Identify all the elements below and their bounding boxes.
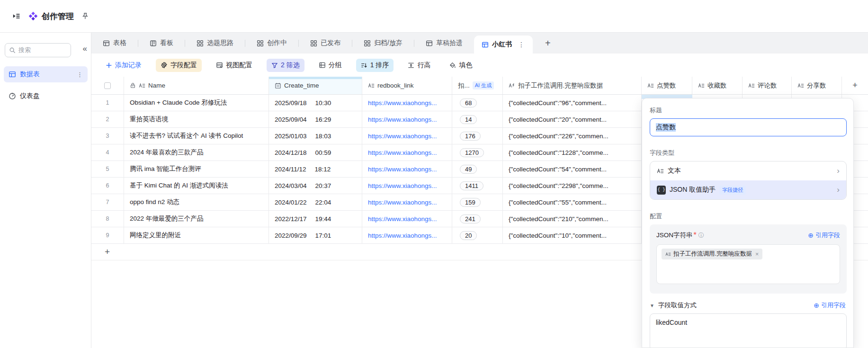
more-icon[interactable]: ⋮ — [77, 71, 83, 78]
sort-button[interactable]: 1 排序 — [356, 59, 394, 72]
cell-name[interactable]: 2024 年最喜欢的三款产品 — [124, 144, 269, 161]
json-source-field-area[interactable]: 扣子工作流调用.完整响应数据 × — [656, 244, 840, 284]
tab-published[interactable]: 已发布 — [299, 33, 352, 54]
cell-json-response[interactable]: {"collectedCount":"20","comment... — [503, 111, 642, 127]
cell-ai-count[interactable]: 159 — [452, 194, 503, 210]
sidebar-toggle-icon[interactable] — [11, 11, 21, 21]
cell-create-time[interactable]: 2022/09/2917:01 — [269, 227, 362, 243]
kanban-icon — [150, 40, 157, 47]
cell-create-time[interactable]: 2024/01/2222:04 — [269, 194, 362, 210]
cell-json-response[interactable]: {"collectedCount":"2298","comme... — [503, 178, 642, 194]
table-icon — [426, 40, 433, 47]
cell-redbook-link[interactable]: https://www.xiaohongs... — [362, 227, 452, 243]
cell-ai-count[interactable]: 1411 — [452, 178, 503, 194]
header-select-all[interactable] — [91, 77, 124, 94]
cell-redbook-link[interactable]: https://www.xiaohongs... — [362, 178, 452, 194]
cell-redbook-link[interactable]: https://www.xiaohongs... — [362, 144, 452, 161]
cell-ai-count[interactable]: 49 — [452, 161, 503, 177]
sort-icon — [361, 62, 367, 69]
tab-in-progress[interactable]: 创作中 — [245, 33, 298, 54]
cell-name[interactable]: 2022 年做最爱的三个产品 — [124, 211, 269, 227]
cell-create-time[interactable]: 2024/03/0420:37 — [269, 178, 362, 194]
column-header-favorites[interactable]: 收藏数 — [692, 77, 743, 94]
cell-ai-count[interactable]: 1270 — [452, 144, 503, 161]
tab-drafts[interactable]: 草稿拾遗 — [414, 33, 474, 54]
view-config-button[interactable]: 视图配置 — [211, 59, 257, 72]
field-chip-label: 扣子工作流调用.完整响应数据 — [673, 250, 752, 258]
cell-create-time[interactable]: 2025/09/1810:30 — [269, 95, 362, 111]
search-icon — [9, 47, 16, 54]
cell-create-time[interactable]: 2022/12/1719:44 — [269, 211, 362, 227]
cell-json-response[interactable]: {"collectedCount":"55","comment... — [503, 194, 642, 210]
column-header-workflow-response[interactable]: 扣子工作流调用.完整响应数据 — [503, 77, 642, 94]
cell-redbook-link[interactable]: https://www.xiaohongs... — [362, 95, 452, 111]
column-header-name[interactable]: Name — [124, 77, 269, 94]
remove-chip-icon[interactable]: × — [755, 251, 759, 258]
cell-json-response[interactable]: {"collectedCount":"226","commen... — [503, 128, 642, 144]
cell-json-response[interactable]: {"collectedCount":"54","comment... — [503, 161, 642, 177]
tab-grid-view[interactable]: 表格 — [91, 33, 138, 54]
cell-redbook-link[interactable]: https://www.xiaohongs... — [362, 211, 452, 227]
cell-ai-count[interactable]: 20 — [452, 227, 503, 243]
page-title: 创作管理 — [42, 11, 74, 22]
cell-redbook-link[interactable]: https://www.xiaohongs... — [362, 194, 452, 210]
cell-json-response[interactable]: {"collectedCount":"1228","comme... — [503, 144, 642, 161]
cell-ai-count[interactable]: 68 — [452, 95, 503, 111]
group-button[interactable]: 分组 — [314, 59, 347, 72]
cell-json-response[interactable]: {"collectedCount":"96","comment... — [503, 95, 642, 111]
collapse-sidebar-icon[interactable]: « — [83, 44, 87, 54]
cell-create-time[interactable]: 2025/01/0318:03 — [269, 128, 362, 144]
pin-icon[interactable] — [81, 11, 90, 21]
field-chip[interactable]: 扣子工作流调用.完整响应数据 × — [662, 249, 762, 259]
cell-name[interactable]: Obsidian + Claude Code 邪修玩法 — [124, 95, 269, 111]
cell-create-time[interactable]: 2024/12/1800:59 — [269, 144, 362, 161]
tab-xiaohongshu[interactable]: 小红书 ⋮ — [474, 36, 533, 54]
cell-json-response[interactable]: {"collectedCount":"10","comment... — [503, 227, 642, 243]
field-title-input[interactable]: 点赞数 — [650, 118, 847, 136]
fill-color-button[interactable]: 填色 — [445, 59, 477, 72]
value-method-input[interactable]: likedCount — [650, 313, 847, 348]
cell-ai-count[interactable]: 241 — [452, 211, 503, 227]
sidebar-item-dashboard[interactable]: 仪表盘 — [4, 88, 88, 104]
field-type-text-option[interactable]: 文本 › — [650, 161, 846, 180]
cell-redbook-link[interactable]: https://www.xiaohongs... — [362, 161, 452, 177]
cell-ai-count[interactable]: 14 — [452, 111, 503, 127]
collapse-caret-icon[interactable]: ▼ — [650, 303, 654, 308]
cell-create-time[interactable]: 2024/11/1218:12 — [269, 161, 362, 177]
reference-field-button[interactable]: ⊕ 引用字段 — [808, 231, 840, 240]
tab-archived[interactable]: 归档/放弃 — [352, 33, 414, 54]
reference-field-button[interactable]: ⊕ 引用字段 — [814, 301, 846, 310]
cell-name[interactable]: 读不进去书? 试试看这个 AI 读书 Copilot — [124, 128, 269, 144]
chevron-right-icon: › — [837, 166, 840, 176]
add-record-button[interactable]: 添加记录 — [106, 59, 146, 72]
column-header-kouzi-truncated[interactable]: 扣... AI 生成 — [452, 77, 503, 94]
column-header-comments[interactable]: 评论数 — [743, 77, 792, 94]
cell-redbook-link[interactable]: https://www.xiaohongs... — [362, 111, 452, 127]
cell-ai-count[interactable]: 176 — [452, 128, 503, 144]
tab-more-icon[interactable]: ⋮ — [518, 41, 525, 48]
cell-name[interactable]: 腾讯 ima 智能工作台测评 — [124, 161, 269, 177]
sidebar-item-datatable[interactable]: 数据表 ⋮ — [4, 66, 88, 82]
filter-button[interactable]: 2 筛选 — [267, 59, 304, 72]
column-header-likes[interactable]: 点赞数 — [642, 77, 692, 94]
cell-name[interactable]: 网络定义里的附近 — [124, 227, 269, 243]
field-config-button[interactable]: 字段配置 — [156, 59, 202, 72]
column-header-redbook-link[interactable]: redbook_link — [362, 77, 452, 94]
cell-redbook-link[interactable]: https://www.xiaohongs... — [362, 128, 452, 144]
count-pill: 241 — [460, 214, 481, 223]
cell-name[interactable]: oppo find n2 动态 — [124, 194, 269, 210]
column-header-shares[interactable]: 分享数 — [792, 77, 842, 94]
search-input[interactable]: 搜索 — [5, 43, 71, 57]
column-header-create-time[interactable]: Create_time — [269, 77, 362, 94]
cell-name[interactable]: 基于 Kimi Chat 的 AI 渐进式阅读法 — [124, 178, 269, 194]
cell-json-response[interactable]: {"collectedCount":"210","commen... — [503, 211, 642, 227]
tab-topic-ideas[interactable]: 选题思路 — [185, 33, 245, 54]
add-view-button[interactable]: + — [536, 38, 560, 49]
row-height-button[interactable]: 行高 — [403, 59, 435, 72]
cell-name[interactable]: 重拾英语语境 — [124, 111, 269, 127]
add-field-button[interactable]: + — [842, 77, 868, 94]
json-helper-option[interactable]: { } JSON 取值助手 字段捷径 › — [650, 180, 846, 199]
tab-kanban-view[interactable]: 看板 — [138, 33, 185, 54]
checkbox-icon[interactable] — [104, 82, 111, 89]
cell-create-time[interactable]: 2025/09/0416:29 — [269, 111, 362, 127]
